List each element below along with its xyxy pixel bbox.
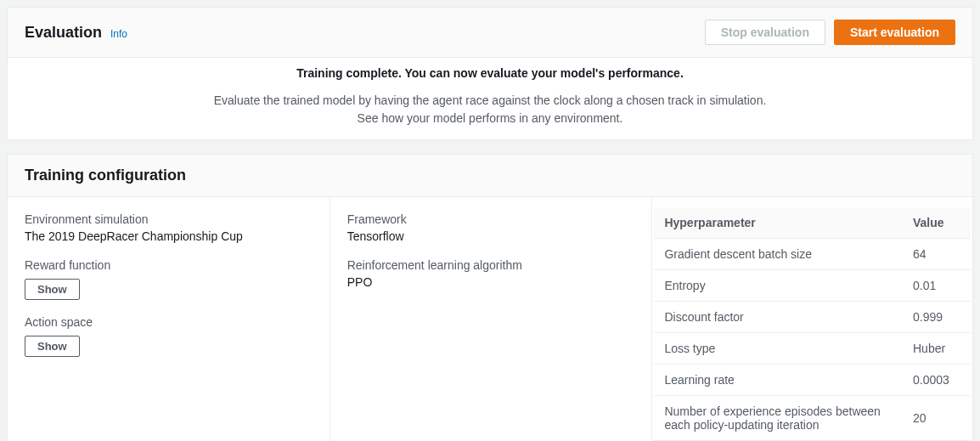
evaluation-panel: Evaluation Info Stop evaluation Start ev… — [7, 7, 973, 140]
field-environment: Environment simulation The 2019 DeepRace… — [25, 212, 313, 243]
cell-value: 20 — [903, 396, 971, 441]
value-framework: Tensorflow — [347, 229, 635, 243]
hyperparameter-table: Hyperparameter Value Gradient descent ba… — [654, 207, 971, 441]
value-algorithm: PPO — [347, 275, 635, 289]
start-evaluation-button[interactable]: Start evaluation — [834, 20, 955, 45]
label-reward-function: Reward function — [25, 258, 313, 272]
evaluation-headline: Training complete. You can now evaluate … — [42, 66, 938, 80]
show-action-space-button[interactable]: Show — [25, 336, 80, 357]
stop-evaluation-button[interactable]: Stop evaluation — [705, 20, 825, 45]
config-col-right: Hyperparameter Value Gradient descent ba… — [652, 197, 972, 441]
training-config-title: Training configuration — [25, 167, 186, 184]
table-body: Gradient descent batch size 64 Entropy 0… — [654, 239, 971, 442]
evaluation-sub-line1: Evaluate the trained model by having the… — [42, 92, 938, 110]
table-header-row: Hyperparameter Value — [654, 207, 971, 239]
cell-value: Huber — [903, 333, 971, 365]
config-col-mid: Framework Tensorflow Reinforcement learn… — [330, 197, 653, 441]
table-row: Entropy 0.01 — [654, 270, 971, 302]
cell-param: Loss type — [654, 333, 903, 365]
cell-value: 0.01 — [903, 270, 971, 302]
evaluation-header: Evaluation Info Stop evaluation Start ev… — [8, 8, 972, 58]
cell-param: Gradient descent batch size — [654, 239, 903, 270]
config-col-left: Environment simulation The 2019 DeepRace… — [8, 197, 330, 441]
label-algorithm: Reinforcement learning algorithm — [347, 258, 635, 272]
cell-param: Entropy — [654, 270, 903, 302]
field-algorithm: Reinforcement learning algorithm PPO — [347, 258, 635, 289]
info-link[interactable]: Info — [110, 28, 127, 40]
evaluation-sub-line2: See how your model performs in any envir… — [42, 110, 938, 127]
cell-value: 0.999 — [903, 302, 971, 333]
training-config-body: Environment simulation The 2019 DeepRace… — [8, 197, 972, 441]
training-config-panel: Training configuration Environment simul… — [7, 154, 973, 441]
table-row: Number of experience episodes between ea… — [654, 396, 971, 441]
label-environment: Environment simulation — [25, 212, 313, 226]
field-action-space: Action space Show — [25, 315, 313, 357]
header-param: Hyperparameter — [654, 207, 903, 239]
table-row: Loss type Huber — [654, 333, 971, 365]
header-value: Value — [903, 207, 971, 239]
cell-value: 0.0003 — [903, 365, 971, 396]
cell-param: Number of experience episodes between ea… — [654, 396, 903, 441]
table-row: Gradient descent batch size 64 — [654, 239, 971, 270]
value-environment: The 2019 DeepRacer Championship Cup — [25, 229, 313, 243]
evaluation-title: Evaluation — [25, 24, 102, 42]
table-row: Discount factor 0.999 — [654, 302, 971, 333]
table-row: Learning rate 0.0003 — [654, 365, 971, 396]
evaluation-title-wrap: Evaluation Info — [25, 24, 127, 42]
field-framework: Framework Tensorflow — [347, 212, 635, 243]
evaluation-body: Training complete. You can now evaluate … — [8, 58, 972, 139]
training-config-header: Training configuration — [8, 155, 972, 197]
cell-param: Learning rate — [654, 365, 903, 396]
cell-param: Discount factor — [654, 302, 903, 333]
evaluation-actions: Stop evaluation Start evaluation — [705, 20, 955, 45]
label-action-space: Action space — [25, 315, 313, 329]
label-framework: Framework — [347, 212, 635, 226]
evaluation-subtext: Evaluate the trained model by having the… — [42, 92, 938, 127]
field-reward-function: Reward function Show — [25, 258, 313, 300]
show-reward-function-button[interactable]: Show — [25, 279, 80, 300]
training-config-title-wrap: Training configuration — [25, 167, 186, 184]
cell-value: 64 — [903, 239, 971, 270]
